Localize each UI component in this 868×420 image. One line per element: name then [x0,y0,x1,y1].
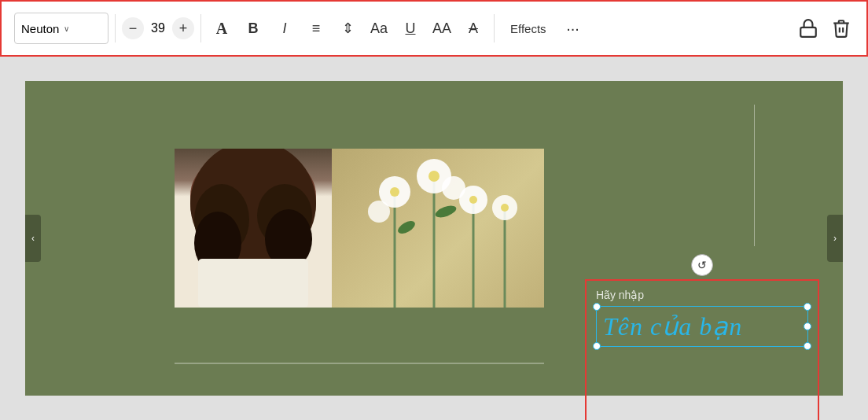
slide: ↺ Hãy nhập Tên của bạn + ‹ › [25,81,843,396]
handle-bottom-right[interactable] [804,342,811,350]
text-selected-row[interactable]: Tên của bạn [596,306,808,347]
text-box[interactable]: ↺ Hãy nhập Tên của bạn + [585,279,819,420]
text-hint: Hãy nhập [596,289,808,301]
toolbar: Neuton ∨ − 39 + A B I ≡ ⇕ Aa U AA A Effe… [0,0,868,57]
divider-2 [200,14,201,42]
increase-font-button[interactable]: + [172,17,194,39]
line-spacing-icon: ⇕ [342,20,354,37]
lock-button[interactable] [796,16,821,41]
bold-button[interactable]: B [239,14,267,42]
decrease-font-button[interactable]: − [122,17,144,39]
handle-top-right[interactable] [804,303,811,311]
svg-point-20 [501,204,509,212]
font-family-label: Neuton [21,22,59,35]
more-options-button[interactable]: ··· [559,14,587,42]
bottom-line [175,363,544,364]
underline-button[interactable]: U [396,14,425,42]
divider-1 [115,14,116,42]
italic-button[interactable]: I [270,14,299,42]
effects-button[interactable]: Effects [501,17,556,40]
rotate-handle[interactable]: ↺ [691,254,713,276]
svg-point-15 [368,201,390,223]
svg-rect-6 [198,259,308,308]
woman-figure [175,149,332,308]
svg-point-17 [390,187,399,197]
svg-rect-0 [800,28,816,37]
font-size-control: − 39 + [122,17,194,39]
text-main[interactable]: Tên của bạn [603,312,742,341]
vertical-line [754,105,755,246]
handle-middle-right[interactable] [804,322,811,330]
font-family-selector[interactable]: Neuton ∨ [14,13,108,44]
divider-3 [494,14,495,42]
flowers-area [332,149,544,308]
strikethrough-icon: A [469,20,478,37]
svg-point-18 [428,171,440,182]
font-color-icon: A [216,20,227,38]
letter-spacing-icon: AA [432,20,451,37]
toolbar-right-actions [796,16,854,41]
handle-bottom-left[interactable] [593,342,601,350]
svg-point-22 [434,204,458,220]
letter-spacing-button[interactable]: AA [428,14,456,42]
rotate-icon: ↺ [697,259,707,271]
bold-icon: B [248,20,259,37]
next-slide-button[interactable]: › [827,215,843,262]
prev-slide-button[interactable]: ‹ [25,215,41,262]
canvas-area: ↺ Hãy nhập Tên của bạn + ‹ › [0,57,868,420]
align-button[interactable]: ≡ [302,14,330,42]
svg-point-19 [469,196,477,204]
text-case-button[interactable]: Aa [365,14,393,42]
text-case-icon: Aa [370,20,388,37]
font-color-button[interactable]: A [208,14,236,42]
align-icon: ≡ [312,20,321,37]
italic-icon: I [282,20,286,37]
line-spacing-button[interactable]: ⇕ [333,14,362,42]
delete-button[interactable] [829,16,854,41]
chevron-right-icon: › [833,233,837,244]
photo-element[interactable] [175,149,544,308]
underline-icon: U [406,20,416,37]
svg-point-16 [442,176,465,200]
font-size-value: 39 [147,21,169,35]
handle-top-left[interactable] [593,303,601,311]
svg-point-21 [396,219,417,236]
strikethrough-button[interactable]: A [459,14,487,42]
chevron-left-icon: ‹ [31,233,35,244]
chevron-down-icon: ∨ [64,24,101,33]
